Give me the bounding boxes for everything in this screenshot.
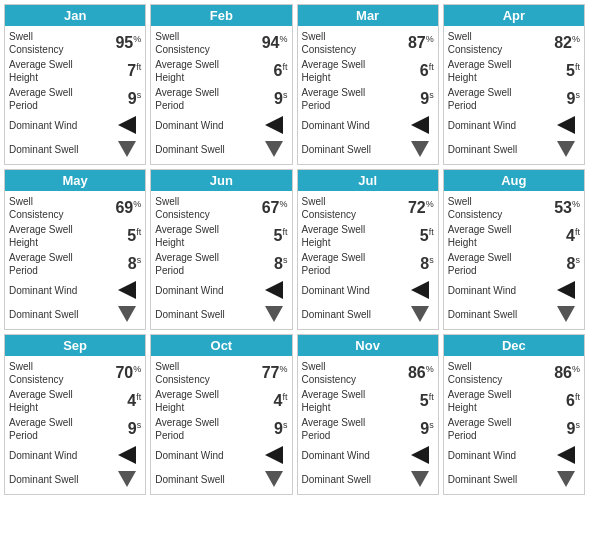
- month-card-jun: Jun SwellConsistency 67% Average SwellHe…: [150, 169, 292, 330]
- swell-icon: [552, 303, 580, 325]
- month-header: Oct: [151, 335, 291, 356]
- wind-label: Dominant Wind: [9, 449, 77, 462]
- consistency-value: 86%: [554, 364, 580, 382]
- wind-icon: [260, 444, 288, 466]
- consistency-label: SwellConsistency: [9, 195, 63, 221]
- consistency-label: SwellConsistency: [9, 30, 63, 56]
- swell-height-value: 5ft: [420, 227, 434, 245]
- month-header: Jan: [5, 5, 145, 26]
- wind-arrow-left: [411, 116, 429, 134]
- wind-arrow-left: [118, 116, 136, 134]
- swell-dir-label: Dominant Swell: [302, 143, 371, 156]
- swell-height-row: Average SwellHeight 7ft: [9, 57, 141, 85]
- swell-dir-arrow: [557, 141, 575, 157]
- swell-height-value: 6ft: [420, 62, 434, 80]
- wind-label: Dominant Wind: [302, 119, 370, 132]
- swell-dir-row: Dominant Swell: [9, 302, 141, 326]
- swell-period-row: Average SwellPeriod 9s: [9, 415, 141, 443]
- swell-period-label: Average SwellPeriod: [448, 251, 512, 277]
- wind-arrow-left: [557, 116, 575, 134]
- wind-row: Dominant Wind: [302, 443, 434, 467]
- month-header: Jul: [298, 170, 438, 191]
- swell-dir-arrow: [118, 471, 136, 487]
- swell-icon: [552, 468, 580, 490]
- consistency-label: SwellConsistency: [155, 360, 209, 386]
- swell-period-value: 8s: [274, 255, 287, 273]
- consistency-label: SwellConsistency: [302, 195, 356, 221]
- month-card-jan: Jan SwellConsistency 95% Average SwellHe…: [4, 4, 146, 165]
- swell-period-value: 8s: [128, 255, 141, 273]
- swell-period-value: 8s: [567, 255, 580, 273]
- consistency-row: SwellConsistency 82%: [448, 29, 580, 57]
- swell-height-label: Average SwellHeight: [9, 223, 73, 249]
- swell-dir-label: Dominant Swell: [302, 473, 371, 486]
- consistency-value: 77%: [262, 364, 288, 382]
- swell-height-row: Average SwellHeight 4ft: [9, 387, 141, 415]
- swell-height-label: Average SwellHeight: [448, 388, 512, 414]
- month-header: Sep: [5, 335, 145, 356]
- consistency-value: 87%: [408, 34, 434, 52]
- swell-period-label: Average SwellPeriod: [155, 416, 219, 442]
- wind-icon: [406, 279, 434, 301]
- month-card-nov: Nov SwellConsistency 86% Average SwellHe…: [297, 334, 439, 495]
- wind-icon: [552, 114, 580, 136]
- swell-period-label: Average SwellPeriod: [9, 86, 73, 112]
- consistency-row: SwellConsistency 94%: [155, 29, 287, 57]
- month-header: Nov: [298, 335, 438, 356]
- wind-label: Dominant Wind: [448, 449, 516, 462]
- consistency-value: 53%: [554, 199, 580, 217]
- month-header: Mar: [298, 5, 438, 26]
- wind-arrow-left: [557, 446, 575, 464]
- swell-dir-label: Dominant Swell: [9, 143, 78, 156]
- swell-period-row: Average SwellPeriod 8s: [155, 250, 287, 278]
- swell-period-row: Average SwellPeriod 9s: [302, 85, 434, 113]
- wind-row: Dominant Wind: [448, 278, 580, 302]
- swell-height-label: Average SwellHeight: [448, 223, 512, 249]
- swell-period-label: Average SwellPeriod: [302, 86, 366, 112]
- wind-icon: [260, 279, 288, 301]
- wind-icon: [113, 279, 141, 301]
- wind-icon: [113, 114, 141, 136]
- swell-period-value: 9s: [128, 420, 141, 438]
- month-card-dec: Dec SwellConsistency 86% Average SwellHe…: [443, 334, 585, 495]
- swell-height-label: Average SwellHeight: [9, 388, 73, 414]
- month-header: Feb: [151, 5, 291, 26]
- consistency-row: SwellConsistency 87%: [302, 29, 434, 57]
- consistency-row: SwellConsistency 86%: [448, 359, 580, 387]
- swell-period-label: Average SwellPeriod: [448, 86, 512, 112]
- swell-dir-row: Dominant Swell: [155, 467, 287, 491]
- wind-arrow-left: [265, 116, 283, 134]
- consistency-row: SwellConsistency 86%: [302, 359, 434, 387]
- wind-row: Dominant Wind: [448, 113, 580, 137]
- swell-height-value: 4ft: [274, 392, 288, 410]
- wind-arrow-left: [118, 446, 136, 464]
- consistency-row: SwellConsistency 70%: [9, 359, 141, 387]
- swell-period-value: 9s: [420, 90, 433, 108]
- consistency-label: SwellConsistency: [448, 30, 502, 56]
- consistency-label: SwellConsistency: [155, 195, 209, 221]
- consistency-row: SwellConsistency 95%: [9, 29, 141, 57]
- consistency-row: SwellConsistency 77%: [155, 359, 287, 387]
- swell-icon: [406, 303, 434, 325]
- swell-dir-row: Dominant Swell: [448, 137, 580, 161]
- swell-period-label: Average SwellPeriod: [155, 86, 219, 112]
- swell-dir-arrow: [557, 471, 575, 487]
- consistency-value: 86%: [408, 364, 434, 382]
- swell-period-label: Average SwellPeriod: [9, 416, 73, 442]
- swell-period-label: Average SwellPeriod: [155, 251, 219, 277]
- swell-height-label: Average SwellHeight: [155, 223, 219, 249]
- swell-period-value: 9s: [274, 420, 287, 438]
- wind-arrow-left: [118, 281, 136, 299]
- swell-height-value: 5ft: [420, 392, 434, 410]
- swell-icon: [552, 138, 580, 160]
- swell-height-value: 6ft: [566, 392, 580, 410]
- swell-period-row: Average SwellPeriod 9s: [155, 85, 287, 113]
- wind-row: Dominant Wind: [302, 278, 434, 302]
- swell-height-row: Average SwellHeight 5ft: [155, 222, 287, 250]
- swell-period-value: 9s: [128, 90, 141, 108]
- swell-dir-row: Dominant Swell: [302, 467, 434, 491]
- swell-dir-arrow: [265, 471, 283, 487]
- consistency-value: 70%: [115, 364, 141, 382]
- month-card-jul: Jul SwellConsistency 72% Average SwellHe…: [297, 169, 439, 330]
- swell-height-label: Average SwellHeight: [302, 388, 366, 414]
